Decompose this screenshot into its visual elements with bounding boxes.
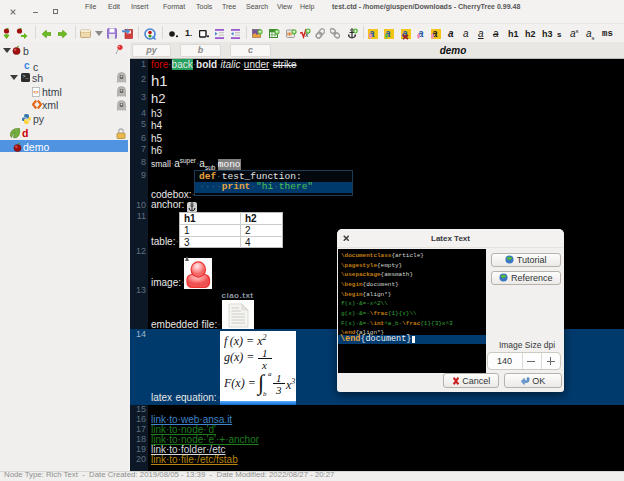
svg-text:<>: <>: [33, 90, 39, 95]
